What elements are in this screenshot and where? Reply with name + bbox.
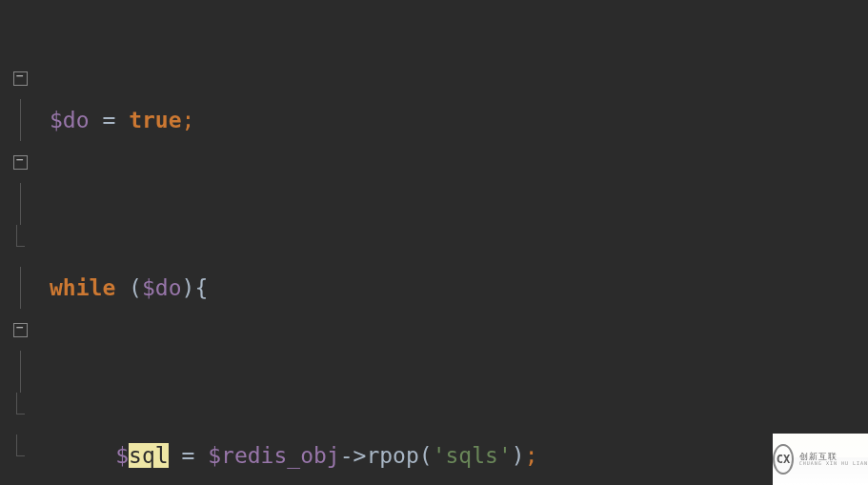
code-editor[interactable]: $do = true; while ($do){ $sql = $redis_o… bbox=[0, 0, 868, 485]
logo-text: 创新互联 CHUANG XIN HU LIAN bbox=[799, 453, 868, 466]
gutter-row bbox=[0, 15, 40, 57]
watermark-logo: CX 创新互联 CHUANG XIN HU LIAN bbox=[773, 434, 868, 485]
operator: = bbox=[182, 443, 195, 468]
gutter-row bbox=[0, 351, 40, 393]
variable: $sql bbox=[115, 443, 168, 468]
code-area[interactable]: $do = true; while ($do){ $sql = $redis_o… bbox=[40, 0, 868, 485]
gutter-row bbox=[0, 141, 40, 183]
code-line: $sql = $redis_obj->rpop('sqls'); bbox=[40, 434, 868, 476]
method-call: rpop bbox=[366, 443, 418, 468]
paren: ) bbox=[512, 443, 525, 468]
semicolon: ; bbox=[182, 108, 195, 132]
brace: { bbox=[194, 275, 208, 300]
code-line: while ($do){ bbox=[40, 267, 868, 309]
semicolon: ; bbox=[525, 443, 538, 468]
logo-icon: CX bbox=[773, 444, 794, 475]
gutter-row bbox=[0, 393, 40, 434]
paren: ( bbox=[419, 443, 433, 468]
fold-gutter bbox=[0, 0, 40, 485]
arrow: -> bbox=[340, 443, 367, 468]
variable: $redis_obj bbox=[208, 443, 339, 468]
fold-toggle-icon[interactable] bbox=[13, 323, 28, 337]
keyword-true: true bbox=[129, 108, 181, 132]
paren: ( bbox=[129, 275, 142, 300]
gutter-row bbox=[0, 309, 40, 351]
variable: $do bbox=[50, 108, 90, 132]
search-highlight: sql bbox=[129, 443, 169, 468]
operator: = bbox=[102, 108, 115, 132]
gutter-row bbox=[0, 183, 40, 225]
keyword-while: while bbox=[50, 275, 115, 300]
variable: $do bbox=[142, 275, 182, 300]
code-line: $do = true; bbox=[40, 99, 868, 141]
gutter-row bbox=[0, 225, 40, 267]
string-literal: 'sqls' bbox=[433, 443, 512, 468]
fold-toggle-icon[interactable] bbox=[13, 155, 28, 170]
fold-toggle-icon[interactable] bbox=[13, 71, 28, 86]
gutter-row bbox=[0, 57, 40, 99]
paren: ) bbox=[182, 275, 195, 300]
gutter-row bbox=[0, 99, 40, 141]
gutter-row bbox=[0, 434, 40, 476]
gutter-row bbox=[0, 267, 40, 309]
